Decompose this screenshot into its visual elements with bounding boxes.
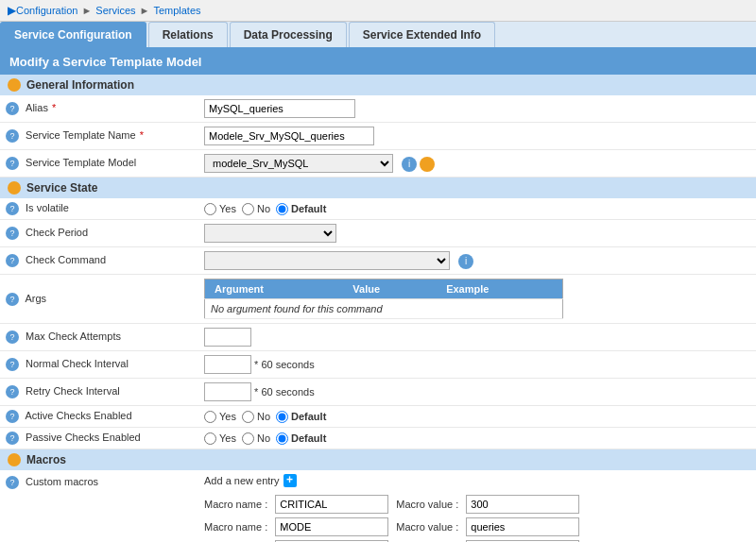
alias-help-icon[interactable]: ? <box>6 102 19 115</box>
general-info-title: General Information <box>26 78 134 92</box>
volatile-no-radio[interactable] <box>242 203 254 215</box>
args-label: Args <box>25 293 46 304</box>
custom-macros-label: Custom macros <box>26 476 98 487</box>
retry-interval-label: Retry Check Interval <box>26 385 120 397</box>
alias-input[interactable] <box>204 99 355 118</box>
max-check-help-icon[interactable]: ? <box>6 330 19 344</box>
active-default-label[interactable]: Default <box>276 411 326 423</box>
macro-value-label-1: Macro value : <box>396 521 458 533</box>
args-empty-row: No argument found for this command <box>205 299 563 319</box>
volatile-help-icon[interactable]: ? <box>6 202 19 215</box>
service-state-title: Service State <box>26 181 97 195</box>
custom-macros-help-icon[interactable]: ? <box>6 476 19 489</box>
breadcrumb-templates[interactable]: Templates <box>153 5 200 16</box>
volatile-no-label[interactable]: No <box>242 203 270 215</box>
breadcrumb-config[interactable]: Configuration <box>16 5 77 16</box>
macro-name-input-0[interactable] <box>275 495 388 514</box>
alias-required: * <box>52 102 56 113</box>
args-col-example: Example <box>437 279 562 299</box>
passive-checks-help-icon[interactable]: ? <box>6 432 19 445</box>
retry-interval-help-icon[interactable]: ? <box>6 385 19 398</box>
active-no-radio[interactable] <box>242 411 254 423</box>
macros-table: ? Custom macros Add a new entry + Macro … <box>0 470 756 542</box>
add-entry-button[interactable]: + <box>284 474 297 487</box>
macros-title: Macros <box>26 453 66 466</box>
template-name-label: Service Template Name * <box>26 129 144 141</box>
passive-no-label[interactable]: No <box>242 432 270 445</box>
check-period-help-icon[interactable]: ? <box>6 227 19 240</box>
general-info-header: General Information <box>0 75 756 95</box>
check-command-help-icon[interactable]: ? <box>6 254 19 267</box>
tab-service-configuration[interactable]: Service Configuration <box>0 22 146 47</box>
retry-interval-row: ? Retry Check Interval * 60 seconds <box>0 379 756 406</box>
template-name-input[interactable] <box>204 127 374 145</box>
check-command-label: Check Command <box>26 254 106 265</box>
passive-yes-label[interactable]: Yes <box>204 432 236 445</box>
general-info-icon <box>8 78 21 92</box>
args-row: ? Args Argument Value Example No argumen… <box>0 275 756 324</box>
passive-default-label[interactable]: Default <box>276 432 326 445</box>
volatile-radio-group: Yes No Default <box>204 203 750 215</box>
volatile-default-radio[interactable] <box>276 203 288 215</box>
macros-header: Macros <box>0 449 756 470</box>
active-checks-help-icon[interactable]: ? <box>6 410 19 423</box>
args-table: Argument Value Example No argument found… <box>204 279 563 319</box>
passive-checks-row: ? Passive Checks Enabled Yes No Default <box>0 428 756 449</box>
active-yes-radio[interactable] <box>204 411 216 423</box>
normal-interval-input[interactable] <box>204 355 251 374</box>
template-name-required: * <box>140 129 144 141</box>
volatile-default-label[interactable]: Default <box>276 203 326 215</box>
retry-interval-input[interactable] <box>204 382 251 401</box>
add-entry-label: Add a new entry <box>204 475 280 486</box>
macro-value-input-0[interactable] <box>466 495 579 514</box>
tab-data-processing[interactable]: Data Processing <box>230 22 347 47</box>
service-state-header: Service State <box>0 178 756 198</box>
active-default-radio[interactable] <box>276 411 288 423</box>
macro-row-0: Macro name : Macro value : <box>204 495 750 514</box>
check-period-row: ? Check Period <box>0 220 756 247</box>
passive-yes-radio[interactable] <box>204 432 216 445</box>
active-yes-label[interactable]: Yes <box>204 411 236 423</box>
check-command-select[interactable] <box>204 251 450 270</box>
template-model-info-icon[interactable]: i <box>402 157 417 172</box>
general-info-table: ? Alias * ? Service Template Name * <box>0 95 756 178</box>
template-model-label: Service Template Model <box>26 157 136 168</box>
normal-interval-help-icon[interactable]: ? <box>6 358 19 371</box>
active-checks-radio-group: Yes No Default <box>204 411 750 423</box>
passive-no-radio[interactable] <box>242 432 254 445</box>
normal-interval-label: Normal Check Interval <box>26 358 129 369</box>
breadcrumb-services[interactable]: Services <box>95 5 135 16</box>
check-command-row: ? Check Command i <box>0 247 756 275</box>
passive-default-radio[interactable] <box>276 432 288 445</box>
args-help-icon[interactable]: ? <box>6 293 19 306</box>
template-model-select[interactable]: modele_Srv_MySQL <box>204 154 393 173</box>
tab-extended-info[interactable]: Service Extended Info <box>349 22 495 47</box>
template-model-row: ? Service Template Model modele_Srv_MySQ… <box>0 150 756 178</box>
volatile-yes-label[interactable]: Yes <box>204 203 236 215</box>
max-check-input[interactable] <box>204 328 251 347</box>
template-model-gear-icon[interactable] <box>420 157 435 172</box>
tab-relations[interactable]: Relations <box>148 22 228 47</box>
breadcrumb: ▶ Configuration ► Services ► Templates <box>0 0 756 22</box>
template-name-help-icon[interactable]: ? <box>6 129 19 143</box>
alias-row: ? Alias * <box>0 95 756 123</box>
macro-name-input-1[interactable] <box>275 517 388 536</box>
check-command-info-icon[interactable]: i <box>458 254 473 269</box>
normal-interval-row: ? Normal Check Interval * 60 seconds <box>0 351 756 379</box>
page-title-header: Modify a Service Template Model <box>0 49 756 75</box>
macro-row-1: Macro name : Macro value : <box>204 517 750 536</box>
args-col-argument: Argument <box>205 279 344 299</box>
check-period-select[interactable] <box>204 224 336 243</box>
args-empty-message: No argument found for this command <box>205 299 563 319</box>
tab-bar: Service Configuration Relations Data Pro… <box>0 22 756 49</box>
active-no-label[interactable]: No <box>242 411 270 423</box>
macro-value-label-0: Macro value : <box>396 499 458 510</box>
custom-macros-row: ? Custom macros Add a new entry + Macro … <box>0 470 756 542</box>
max-check-label: Max Check Attempts <box>26 330 121 342</box>
macro-name-label-0: Macro name : <box>204 499 267 510</box>
retry-interval-suffix: * 60 seconds <box>254 386 315 398</box>
macro-value-input-1[interactable] <box>466 517 579 536</box>
volatile-yes-radio[interactable] <box>204 203 216 215</box>
max-check-row: ? Max Check Attempts <box>0 324 756 351</box>
template-model-help-icon[interactable]: ? <box>6 157 19 170</box>
